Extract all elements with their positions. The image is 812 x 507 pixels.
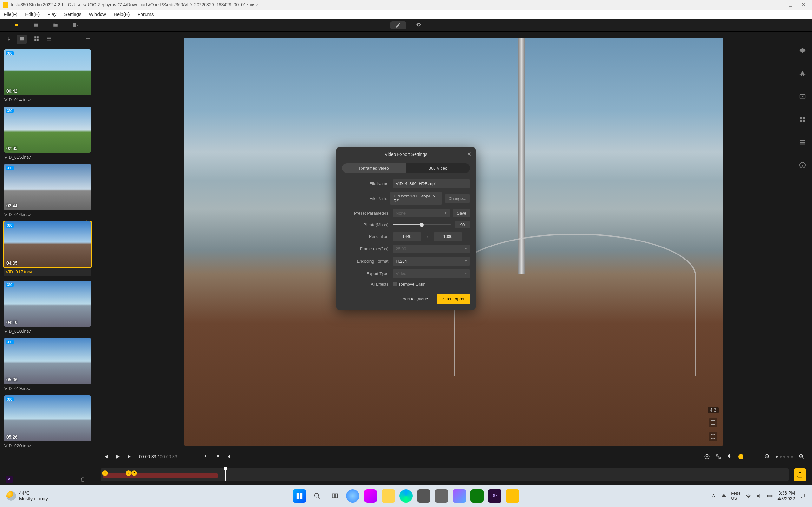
menu-file[interactable]: File(F) <box>4 11 17 17</box>
zoom-in-button[interactable] <box>799 454 804 459</box>
clip-item-selected[interactable]: 36004:05 VID_017.insv <box>4 222 91 276</box>
keyframe-marker[interactable]: 1 <box>102 470 108 476</box>
taskbar-app-3[interactable] <box>435 489 448 503</box>
clip-item[interactable]: 36002:44 VID_016.insv ★ <box>4 164 91 217</box>
preset-select[interactable]: None <box>393 209 450 217</box>
edit-mode-button[interactable] <box>391 21 406 30</box>
tab-media-library[interactable] <box>13 22 20 28</box>
view-mode-button[interactable] <box>416 22 421 29</box>
taskbar-app-1[interactable] <box>346 489 359 503</box>
menu-forums[interactable]: Forums <box>138 11 154 17</box>
menu-help[interactable]: Help(H) <box>113 11 130 17</box>
svg-rect-24 <box>297 496 299 499</box>
speed-button[interactable] <box>727 454 733 459</box>
clip-item[interactable]: 36004:10 VID_018.insv <box>4 281 91 334</box>
taskbar-weather[interactable]: 44°C Mostly cloudy <box>6 490 48 502</box>
view-list-button[interactable] <box>46 36 52 43</box>
layers-icon[interactable] <box>799 48 806 55</box>
start-export-button[interactable]: Start Export <box>437 294 470 304</box>
tab-export-queue[interactable] <box>72 22 79 28</box>
crop-button[interactable] <box>709 418 717 427</box>
info-icon[interactable] <box>799 162 806 169</box>
bitrate-slider[interactable] <box>393 224 451 225</box>
taskbar-app-4[interactable] <box>453 489 466 503</box>
close-button[interactable]: ✕ <box>802 2 806 8</box>
mark-in-button[interactable] <box>203 454 208 459</box>
next-button[interactable] <box>127 454 133 459</box>
remove-grain-checkbox[interactable] <box>393 282 397 286</box>
taskbar-clock[interactable]: 3:36 PM 4/3/2022 <box>778 490 795 502</box>
add-to-queue-button[interactable]: Add to Queue <box>398 294 432 304</box>
volume-button[interactable] <box>227 454 233 459</box>
framerate-select[interactable]: 25.00 <box>393 245 470 253</box>
change-path-button[interactable]: Change... <box>445 194 470 203</box>
search-button[interactable] <box>310 489 324 503</box>
timeline-right-controls <box>704 454 804 459</box>
export-button[interactable] <box>794 468 806 481</box>
start-button[interactable] <box>293 489 306 503</box>
minimize-button[interactable]: — <box>774 2 779 8</box>
aspect-ratio-badge[interactable]: 4:3 <box>708 407 719 413</box>
view-thumbnails-button[interactable] <box>17 35 27 44</box>
trash-icon[interactable] <box>80 476 86 482</box>
tab-360-video[interactable]: 360 Video <box>406 163 470 173</box>
battery-icon[interactable] <box>767 493 773 499</box>
taskbar-messenger[interactable] <box>364 489 377 503</box>
clip-name: VID_015.insv <box>4 153 91 160</box>
encoding-select[interactable]: H.264 <box>393 257 470 266</box>
taskbar-premiere[interactable]: Pr <box>488 489 502 503</box>
maximize-button[interactable]: ☐ <box>788 2 793 8</box>
resolution-width-input[interactable] <box>393 232 421 241</box>
tab-folder[interactable] <box>52 22 59 28</box>
volume-icon[interactable] <box>756 493 762 499</box>
language-indicator[interactable]: ENGUS <box>731 491 740 501</box>
view-grid-button[interactable] <box>34 36 39 43</box>
premiere-icon[interactable]: Pr <box>6 476 13 483</box>
dialog-close-button[interactable]: ✕ <box>467 151 471 157</box>
menu-play[interactable]: Play <box>47 11 56 17</box>
menu-window[interactable]: Window <box>89 11 106 17</box>
stack-icon[interactable] <box>799 139 806 146</box>
resolution-height-input[interactable] <box>434 232 462 241</box>
play-button[interactable] <box>115 454 120 459</box>
menu-settings[interactable]: Settings <box>64 11 81 17</box>
snap-button[interactable] <box>716 454 721 459</box>
clip-item[interactable]: 36002:35 VID_015.insv <box>4 107 91 160</box>
fullscreen-button[interactable] <box>709 432 717 441</box>
taskbar-edge[interactable] <box>399 489 413 503</box>
keyframe-marker[interactable]: 2 <box>131 470 137 476</box>
menu-edit[interactable]: Edit(E) <box>25 11 40 17</box>
taskbar-xbox[interactable] <box>470 489 484 503</box>
filename-input[interactable] <box>393 179 470 188</box>
sort-button[interactable] <box>4 36 10 43</box>
playhead[interactable] <box>225 468 226 481</box>
notifications-icon[interactable] <box>800 493 806 499</box>
zoom-out-button[interactable] <box>764 454 770 459</box>
tray-chevron-icon[interactable]: ᐱ <box>712 493 715 498</box>
taskbar-insta360[interactable] <box>506 489 519 503</box>
timeline[interactable]: 1 2 2 <box>101 468 789 481</box>
taskview-button[interactable] <box>328 489 342 503</box>
clip-list[interactable]: 36000:42 VID_014.insv 36002:35 VID_015.i… <box>0 47 95 474</box>
tab-project[interactable] <box>32 22 39 28</box>
media-icon[interactable] <box>799 93 806 100</box>
clip-item[interactable]: 36005:26 VID_020.insv <box>4 395 91 448</box>
mark-out-button[interactable] <box>215 454 220 459</box>
keyframe-indicator[interactable] <box>739 454 744 459</box>
clip-item[interactable]: 36000:42 VID_014.insv <box>4 49 91 102</box>
taskbar-app-2[interactable] <box>417 489 430 503</box>
exporttype-select[interactable]: Video <box>393 269 470 278</box>
prev-button[interactable] <box>103 454 108 459</box>
wifi-icon[interactable] <box>745 493 751 499</box>
tab-reframed-video[interactable]: Reframed Video <box>342 163 406 173</box>
grid-icon[interactable] <box>799 116 806 123</box>
onedrive-icon[interactable] <box>720 493 726 499</box>
add-keyframe-button[interactable] <box>704 454 710 459</box>
plugin-icon[interactable] <box>799 70 806 77</box>
clip-item[interactable]: 36005:06 VID_019.insv <box>4 338 91 391</box>
bitrate-input[interactable] <box>455 221 470 228</box>
save-preset-button[interactable]: Save <box>453 209 470 217</box>
taskbar-explorer[interactable] <box>382 489 395 503</box>
add-media-button[interactable] <box>85 36 91 43</box>
keyframe-marker[interactable]: 2 <box>125 470 131 476</box>
